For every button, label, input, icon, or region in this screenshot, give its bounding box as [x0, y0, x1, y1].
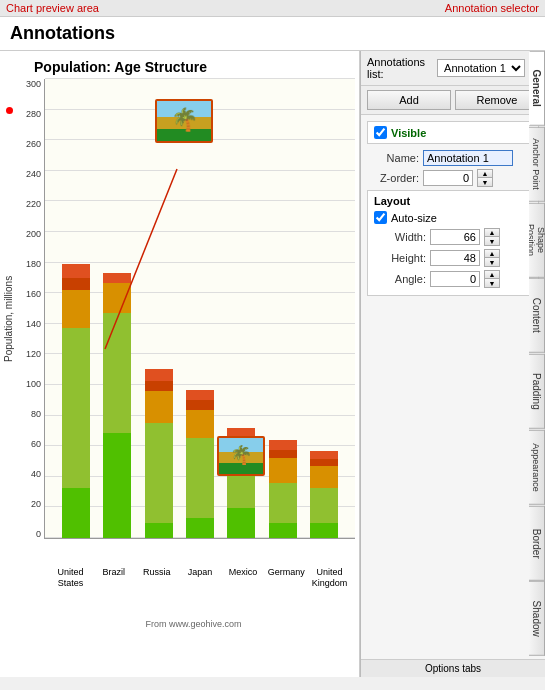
autosize-checkbox[interactable] [374, 211, 387, 224]
layout-title: Layout [374, 195, 532, 207]
y-tick: 220 [16, 199, 44, 209]
annotation-top-icon: 🌴 [171, 107, 198, 133]
x-label-germany: Germany [267, 567, 305, 590]
x-label-mexico: Mexico [224, 567, 262, 590]
y-tick: 20 [16, 499, 44, 509]
y-tick: 60 [16, 439, 44, 449]
bar-group-uk [305, 451, 343, 538]
x-label-brazil: Brazil [95, 567, 133, 590]
tab-shape-position[interactable]: Shape Position [529, 203, 545, 278]
y-tick: 200 [16, 229, 44, 239]
zorder-row: Z-order: ▲ ▼ [367, 169, 539, 187]
visible-label: Visible [391, 127, 426, 139]
bar-group-russia [140, 369, 178, 538]
y-tick: 280 [16, 109, 44, 119]
y-axis-label: Population, millions [4, 79, 14, 559]
height-down-button[interactable]: ▼ [485, 258, 499, 266]
tab-general[interactable]: General [529, 51, 545, 126]
x-label-japan: Japan [181, 567, 219, 590]
right-panel: Annotations list: Annotation 1 ▼ Add Rem… [360, 51, 545, 677]
angle-row: Angle: ▲ ▼ [374, 270, 532, 288]
angle-up-button[interactable]: ▲ [485, 271, 499, 279]
tab-shape-position-label: Shape Position [529, 212, 545, 269]
y-tick: 100 [16, 379, 44, 389]
tab-shadow[interactable]: Shadow [529, 581, 545, 656]
zorder-spinner[interactable]: ▲ ▼ [477, 169, 493, 187]
height-label: Height: [374, 252, 426, 264]
stacked-bar [62, 264, 90, 538]
zorder-label: Z-order: [367, 172, 419, 184]
bar-group-japan [181, 390, 219, 538]
visible-row: Visible [367, 121, 539, 144]
height-row: Height: ▲ ▼ [374, 249, 532, 267]
tab-general-label: General [532, 70, 543, 107]
angle-down-button[interactable]: ▼ [485, 279, 499, 287]
width-row: Width: ▲ ▼ [374, 228, 532, 246]
angle-input[interactable] [430, 271, 480, 287]
zorder-input[interactable] [423, 170, 473, 186]
annotation-bottom[interactable]: 🌴 [217, 436, 265, 476]
top-bar: Chart preview area Annotation selector [0, 0, 545, 17]
annotation-selector-label: Annotation selector [445, 2, 539, 14]
tab-anchor-point-label: Anchor Point [532, 138, 542, 190]
stacked-bar [186, 390, 214, 538]
width-label: Width: [374, 231, 426, 243]
width-input[interactable] [430, 229, 480, 245]
tab-border-label: Border [531, 528, 542, 558]
tab-appearance-label: Appearance [532, 443, 542, 492]
x-label-us: United States [52, 567, 90, 590]
y-tick: 260 [16, 139, 44, 149]
annotation-selector-dropdown[interactable]: Annotation 1 [437, 59, 525, 77]
bar-group-brazil [98, 273, 136, 538]
autosize-label: Auto-size [391, 212, 437, 224]
layout-section: Layout Auto-size Width: ▲ ▼ Height: [367, 190, 539, 296]
height-up-button[interactable]: ▲ [485, 250, 499, 258]
tab-border[interactable]: Border [529, 506, 545, 581]
width-down-button[interactable]: ▼ [485, 237, 499, 245]
y-tick: 40 [16, 469, 44, 479]
bar-group-us [57, 264, 95, 538]
tab-appearance[interactable]: Appearance [529, 430, 545, 505]
y-tick: 300 [16, 79, 44, 89]
angle-spinner[interactable]: ▲ ▼ [484, 270, 500, 288]
y-tick: 180 [16, 259, 44, 269]
main-title: Annotations [0, 17, 545, 51]
height-input[interactable] [430, 250, 480, 266]
tab-anchor-point[interactable]: Anchor Point [529, 127, 545, 202]
x-label-uk: United Kingdom [310, 567, 348, 590]
zorder-up-button[interactable]: ▲ [478, 170, 492, 178]
name-input[interactable] [423, 150, 513, 166]
annotations-list-label: Annotations list: [367, 56, 433, 80]
y-tick: 140 [16, 319, 44, 329]
name-label: Name: [367, 152, 419, 164]
zorder-down-button[interactable]: ▼ [478, 178, 492, 186]
stacked-bar [310, 451, 338, 538]
annotations-list-header: Annotations list: Annotation 1 ▼ [361, 51, 545, 86]
tab-padding[interactable]: Padding [529, 354, 545, 429]
stacked-bar [145, 369, 173, 538]
stacked-bar [269, 440, 297, 538]
tab-shadow-label: Shadow [531, 601, 542, 637]
width-spinner[interactable]: ▲ ▼ [484, 228, 500, 246]
tab-content[interactable]: Content [529, 278, 545, 353]
add-annotation-button[interactable]: Add [367, 90, 451, 110]
tab-content-label: Content [531, 298, 542, 333]
y-axis-ticks: 0 20 40 60 80 100 120 140 160 180 200 22… [16, 79, 44, 539]
y-tick: 0 [16, 529, 44, 539]
width-up-button[interactable]: ▲ [485, 229, 499, 237]
height-spinner[interactable]: ▲ ▼ [484, 249, 500, 267]
autosize-row: Auto-size [374, 211, 532, 224]
visible-checkbox[interactable] [374, 126, 387, 139]
name-row: Name: [367, 150, 539, 166]
chart-panel: Population: Age Structure Population, mi… [0, 51, 360, 677]
chart-plot-area: 🌴 🌴 United States Brazil Russia Japan Me… [44, 79, 355, 539]
stacked-bar [103, 273, 131, 538]
remove-annotation-button[interactable]: Remove [455, 90, 539, 110]
angle-label: Angle: [374, 273, 426, 285]
y-tick: 160 [16, 289, 44, 299]
y-tick: 80 [16, 409, 44, 419]
tab-padding-label: Padding [531, 373, 542, 410]
properties-area: Visible Name: Z-order: ▲ ▼ Layout [361, 115, 545, 677]
annotation-top[interactable]: 🌴 [155, 99, 213, 143]
chart-source: From www.geohive.com [32, 619, 355, 629]
